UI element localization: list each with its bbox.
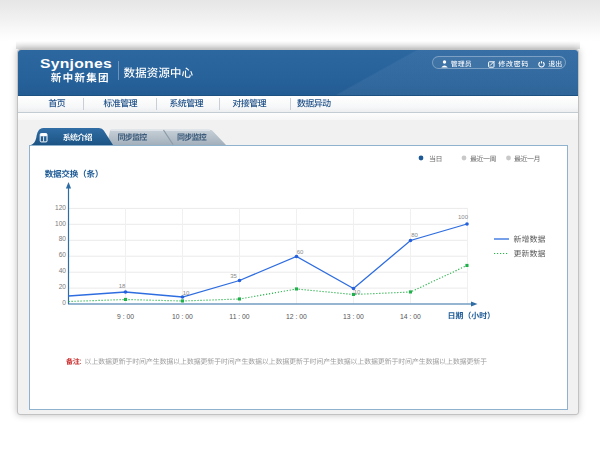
svg-text:18: 18 bbox=[119, 283, 126, 289]
svg-text:100: 100 bbox=[458, 214, 469, 220]
svg-text:60: 60 bbox=[297, 249, 304, 255]
svg-text:35: 35 bbox=[230, 273, 237, 279]
svg-text:0: 0 bbox=[62, 299, 66, 306]
svg-text:10: 10 bbox=[354, 289, 361, 295]
svg-text:12 : 00: 12 : 00 bbox=[286, 313, 307, 320]
svg-text:100: 100 bbox=[55, 220, 66, 227]
svg-text:14 : 00: 14 : 00 bbox=[400, 313, 421, 320]
svg-text:11 : 00: 11 : 00 bbox=[229, 313, 250, 320]
svg-text:13 : 00: 13 : 00 bbox=[343, 313, 364, 320]
svg-text:10: 10 bbox=[183, 290, 190, 296]
svg-text:9 : 00: 9 : 00 bbox=[117, 313, 134, 320]
svg-text:20: 20 bbox=[59, 283, 67, 290]
svg-text:80: 80 bbox=[59, 235, 67, 242]
svg-text:60: 60 bbox=[59, 251, 67, 258]
svg-text:10 : 00: 10 : 00 bbox=[172, 313, 193, 320]
svg-text:120: 120 bbox=[55, 204, 66, 211]
svg-text:80: 80 bbox=[411, 232, 418, 238]
svg-text:40: 40 bbox=[59, 267, 67, 274]
